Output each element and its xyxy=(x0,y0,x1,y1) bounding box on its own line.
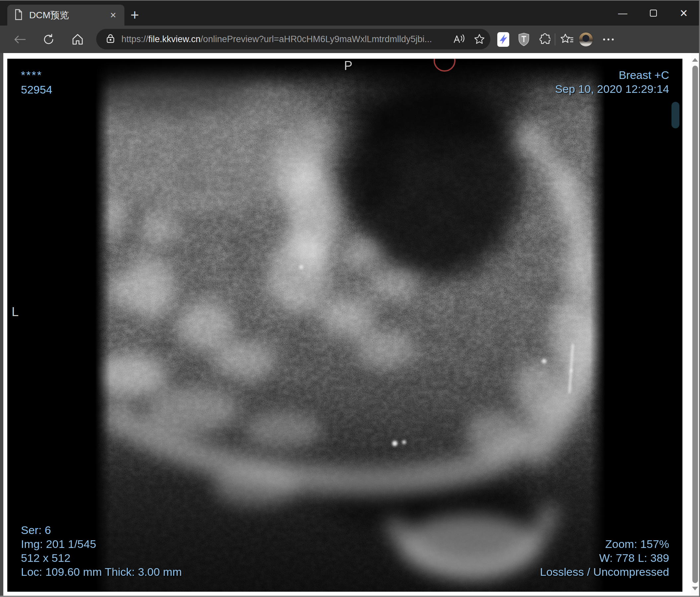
maximize-icon xyxy=(650,9,657,17)
browser-tab[interactable]: DCM预览 × xyxy=(7,5,124,26)
url-domain: file.kkview.cn xyxy=(148,34,201,44)
shield-t-extension-button[interactable] xyxy=(513,26,534,53)
read-aloud-button[interactable] xyxy=(449,29,469,49)
extensions-puzzle-button[interactable] xyxy=(533,26,554,53)
down-triangle-icon xyxy=(692,587,698,590)
refresh-icon xyxy=(43,33,55,46)
url-path: /onlinePreview?url=aHR0cHM6Ly9maWxlLmtrd… xyxy=(201,34,432,44)
maximize-button[interactable] xyxy=(638,1,669,26)
toolbar-divider xyxy=(555,33,555,46)
back-button[interactable] xyxy=(8,26,32,53)
browser-window: DCM预览 × + — × xyxy=(0,0,700,597)
new-tab-button[interactable]: + xyxy=(125,5,144,25)
url-text: https://file.kkview.cn/onlinePreview?url… xyxy=(121,34,449,45)
puzzle-icon xyxy=(537,33,550,46)
scrollbar-down-arrow[interactable] xyxy=(692,585,698,592)
dicom-viewer-canvas[interactable]: **** 52954 P L Breast +C Sep 10, 2020 12… xyxy=(7,59,682,592)
shield-t-icon xyxy=(518,32,530,47)
window-frame-bottom xyxy=(0,596,700,597)
window-close-button[interactable]: × xyxy=(669,1,699,26)
lock-icon[interactable] xyxy=(106,33,115,45)
dot-icon xyxy=(612,38,614,41)
window-frame-left xyxy=(0,53,3,596)
home-icon xyxy=(71,33,84,46)
settings-more-button[interactable] xyxy=(599,26,618,53)
address-bar[interactable]: https://file.kkview.cn/onlinePreview?url… xyxy=(96,29,490,49)
dot-icon xyxy=(603,38,605,41)
window-level: W: 778 L: 389 xyxy=(599,551,669,565)
orientation-marker-posterior: P xyxy=(344,59,352,73)
star-icon xyxy=(474,33,485,45)
dot-icon xyxy=(607,38,609,41)
zoom-level: Zoom: 157% xyxy=(605,537,669,551)
image-index: Img: 201 1/545 xyxy=(21,537,96,551)
navigation-toolbar: https://file.kkview.cn/onlinePreview?url… xyxy=(0,26,699,53)
back-arrow-icon xyxy=(13,34,27,45)
document-icon xyxy=(13,9,25,22)
study-label: Breast +C xyxy=(619,68,669,82)
minimize-button[interactable]: — xyxy=(607,1,638,26)
url-scheme: https:// xyxy=(121,34,148,44)
patient-id-masked: **** xyxy=(21,68,43,82)
tab-close-button[interactable]: × xyxy=(106,9,120,22)
collections-button[interactable] xyxy=(556,26,578,53)
mri-image xyxy=(7,59,682,592)
title-bar: DCM预览 × + — × xyxy=(0,1,699,26)
profile-avatar[interactable] xyxy=(579,32,593,47)
collections-star-icon xyxy=(560,33,574,46)
slice-location: Loc: 109.60 mm Thick: 3.00 mm xyxy=(21,565,182,579)
favorite-star-button[interactable] xyxy=(469,29,490,49)
up-triangle-icon xyxy=(692,58,698,62)
window-controls: — × xyxy=(607,1,699,26)
refresh-button[interactable] xyxy=(37,26,61,53)
compression-info: Lossless / Uncompressed xyxy=(540,565,669,579)
bird-extension-icon xyxy=(497,32,509,47)
orientation-marker-left: L xyxy=(11,305,19,319)
scrollbar-up-arrow[interactable] xyxy=(692,56,698,64)
read-aloud-icon xyxy=(453,33,465,45)
home-button[interactable] xyxy=(66,26,90,53)
study-datetime: Sep 10, 2020 12:29:14 xyxy=(555,82,669,96)
scrollbar-thumb[interactable] xyxy=(692,66,698,583)
accession-number: 52954 xyxy=(21,83,52,97)
series-number: Ser: 6 xyxy=(21,523,51,537)
tab-title: DCM预览 xyxy=(29,9,106,22)
matrix-size: 512 x 512 xyxy=(21,551,70,565)
extension-bird-button[interactable] xyxy=(493,26,514,53)
browser-scrollbar[interactable] xyxy=(691,53,699,596)
viewer-scroll-indicator[interactable] xyxy=(672,102,679,128)
